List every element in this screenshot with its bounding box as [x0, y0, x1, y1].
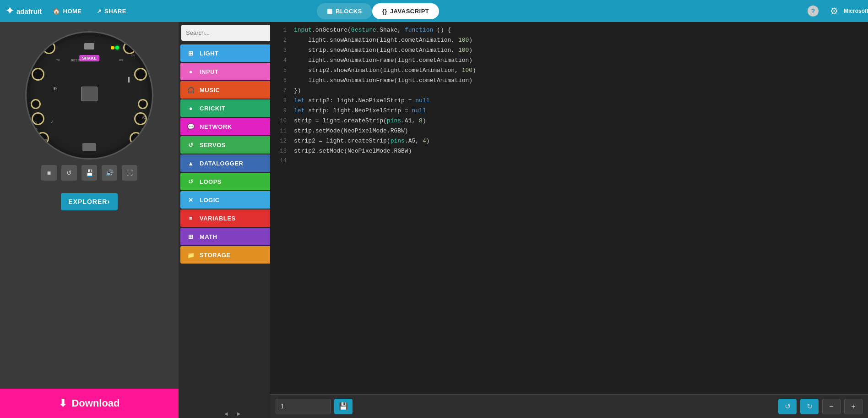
- line-input[interactable]: [276, 399, 331, 414]
- undo-button[interactable]: ↺: [778, 399, 797, 414]
- settings-button[interactable]: ⚙: [827, 4, 841, 18]
- redo-icon: ↻: [807, 402, 813, 411]
- home-button[interactable]: 🏠 HOME: [49, 6, 86, 16]
- toolbox-list: ⊞LIGHT●INPUT🎧MUSIC●CRICKIT💬NETWORK↺SERVO…: [179, 44, 270, 409]
- pad-label-vout: Vout: [135, 138, 141, 141]
- code-line: 5 strip2.showAnimation(light.cometAnimat…: [270, 66, 868, 76]
- toolbox-label-input: INPUT: [200, 68, 219, 75]
- top-nav: ✦ adafruit 🏠 HOME ↗ SHARE ▦ BLOCKS {} JA…: [0, 0, 868, 22]
- line-number-3: 3: [270, 46, 287, 55]
- pad-2: [123, 41, 136, 54]
- download-icon: ⬇: [59, 397, 67, 409]
- usb-port: [84, 43, 94, 50]
- restart-icon: ↺: [66, 169, 72, 176]
- toolbox-item-network[interactable]: 💬NETWORK: [180, 118, 270, 135]
- toolbox-icon-crickit: ●: [187, 104, 195, 112]
- scroll-left-icon[interactable]: ◀: [224, 411, 228, 416]
- pad-label-tx: TX: [56, 59, 60, 61]
- help-button[interactable]: ?: [806, 4, 820, 18]
- line-code-3: strip.showAnimation(light.cometAnimation…: [294, 46, 861, 55]
- code-line: 7}): [270, 86, 868, 96]
- tab-blocks[interactable]: ▦ BLOCKS: [317, 3, 372, 19]
- toolbox-item-input[interactable]: ●INPUT: [180, 63, 270, 80]
- line-number-1: 1: [270, 26, 287, 35]
- circuit-board: SHAKE: [25, 31, 153, 160]
- line-number-4: 4: [270, 56, 287, 65]
- toolbox-item-storage[interactable]: 📁STORAGE: [180, 246, 270, 264]
- line-code-4: light.showAnimationFrame(light.cometAnim…: [294, 56, 861, 66]
- zoom-out-button[interactable]: −: [822, 399, 841, 414]
- toolbox-label-music: MUSIC: [200, 87, 220, 94]
- toolbox-icon-variables: ≡: [187, 214, 195, 222]
- board-inner: SHAKE: [30, 36, 149, 155]
- download-label: Download: [71, 397, 119, 409]
- toolbox-item-crickit[interactable]: ●CRICKIT: [180, 99, 270, 117]
- code-line: 4 light.showAnimationFrame(light.cometAn…: [270, 56, 868, 66]
- stop-button[interactable]: ■: [41, 165, 57, 181]
- chip: [81, 87, 98, 101]
- line-number-5: 5: [270, 66, 287, 75]
- line-code-12: strip2 = light.createStrip(pins.A5, 4): [294, 137, 861, 146]
- pad-label-reset: RESET: [71, 59, 81, 62]
- toolbox-item-music[interactable]: 🎧MUSIC: [180, 81, 270, 99]
- line-code-10: strip = light.createStrip(pins.A1, 8): [294, 116, 861, 126]
- toolbox-label-math: MATH: [200, 233, 217, 240]
- code-line: 3 strip.showAnimation(light.cometAnimati…: [270, 46, 868, 56]
- simulator-container: SHAKE: [0, 22, 179, 389]
- bottom-bar: 💾 ↺ ↻ − +: [270, 394, 868, 418]
- pad-6: [134, 68, 147, 81]
- code-line: 12strip2 = light.createStrip(pins.A5, 4): [270, 137, 868, 147]
- toolbox-search: 🔍: [181, 25, 270, 41]
- share-button[interactable]: ↗ SHARE: [93, 6, 130, 16]
- toolbox-icon-storage: 📁: [187, 251, 195, 259]
- toolbox-item-servos[interactable]: ↺SERVOS: [180, 136, 270, 154]
- audio-icon: 🔊: [106, 169, 114, 176]
- toolbox-label-network: NETWORK: [200, 123, 232, 130]
- left-panel: SHAKE: [0, 22, 179, 418]
- fullscreen-button[interactable]: ⛶: [122, 165, 137, 181]
- blocks-icon: ▦: [327, 8, 333, 15]
- toolbox-item-variables[interactable]: ≡VARIABLES: [180, 209, 270, 227]
- toolbox-label-servos: SERVOS: [200, 142, 226, 148]
- code-line: 2 light.showAnimation(light.cometAnimati…: [270, 36, 868, 46]
- toolbox-label-crickit: CRICKIT: [200, 105, 225, 112]
- component-eye: 👁: [53, 86, 57, 91]
- home-icon: 🏠: [53, 8, 60, 15]
- toolbox-item-math[interactable]: ⊞MATH: [180, 228, 270, 245]
- save-icon: 💾: [86, 169, 93, 176]
- line-code-7: }): [294, 86, 861, 96]
- toolbox-label-storage: STORAGE: [200, 252, 231, 258]
- logo[interactable]: ✦ adafruit: [5, 5, 42, 17]
- audio-button[interactable]: 🔊: [102, 165, 117, 181]
- pad-1: [43, 41, 55, 54]
- tab-javascript[interactable]: {} JAVASCRIPT: [372, 3, 439, 19]
- toolbox-item-loops[interactable]: ↺LOOPS: [180, 173, 270, 190]
- led-green: [115, 46, 119, 50]
- zoom-in-button[interactable]: +: [844, 399, 863, 414]
- search-icon[interactable]: 🔍: [267, 25, 270, 41]
- save-code-button[interactable]: 💾: [334, 399, 353, 414]
- shake-label: SHAKE: [79, 55, 99, 61]
- scroll-right-icon[interactable]: ▶: [237, 411, 241, 416]
- toolbox-item-logic[interactable]: ✕LOGIC: [180, 191, 270, 209]
- pad-label-a0: A0: [33, 128, 38, 131]
- code-line: 11strip.setMode(NeoPixelMode.RGBW): [270, 126, 868, 137]
- redo-button[interactable]: ↻: [800, 399, 819, 414]
- line-number-11: 11: [270, 127, 287, 136]
- line-number-12: 12: [270, 137, 287, 146]
- line-number-10: 10: [270, 117, 287, 126]
- restart-button[interactable]: ↺: [61, 165, 77, 181]
- zoom-in-icon: +: [851, 402, 855, 411]
- search-input[interactable]: [181, 26, 267, 40]
- toolbox-item-datalogger[interactable]: ▲DATALOGGER: [180, 154, 270, 172]
- save-sim-button[interactable]: 💾: [81, 165, 97, 181]
- code-line: 13strip2.setMode(NeoPixelMode.RGBW): [270, 147, 868, 157]
- explorer-button[interactable]: EXPLORER ›: [61, 193, 117, 210]
- toolbox-item-light[interactable]: ⊞LIGHT: [180, 44, 270, 62]
- code-editor[interactable]: 1input.onGesture(Gesture.Shake, function…: [270, 22, 868, 394]
- download-button[interactable]: ⬇ Download: [0, 389, 179, 418]
- line-code-11: strip.setMode(NeoPixelMode.RGBW): [294, 126, 861, 136]
- save-code-icon: 💾: [339, 402, 348, 411]
- bottom-right-controls: ↺ ↻ − +: [778, 399, 863, 414]
- line-number-7: 7: [270, 87, 287, 95]
